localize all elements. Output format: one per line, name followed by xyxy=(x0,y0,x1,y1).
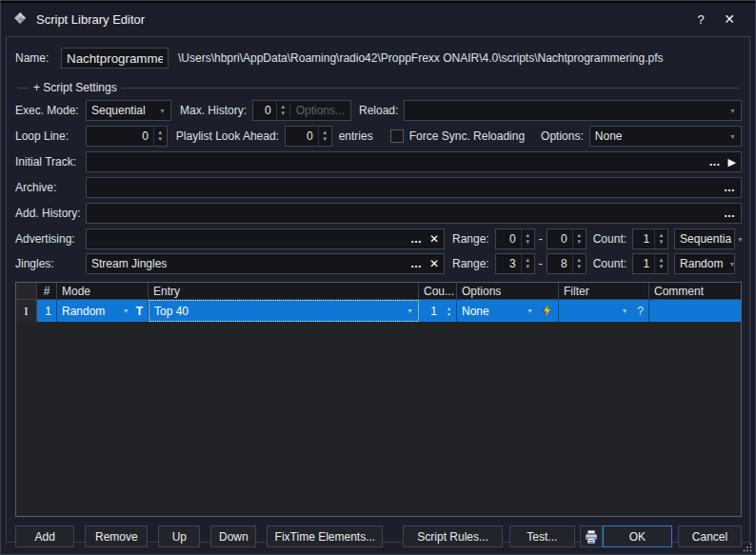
spin-down-icon[interactable]: ▼ xyxy=(573,239,586,246)
help-icon[interactable]: ? xyxy=(686,8,715,30)
column-header-count[interactable]: Cou... xyxy=(419,283,457,299)
mode-cell[interactable]: Random ▼ T xyxy=(57,300,149,322)
lightning-action-icon[interactable] xyxy=(539,304,553,318)
comment-cell[interactable] xyxy=(649,300,741,322)
advertising-range-to[interactable]: 0 ▲ ▼ xyxy=(547,228,587,249)
resize-grip[interactable] xyxy=(743,543,752,552)
add-history-field[interactable]: … xyxy=(86,203,742,224)
count-spinner[interactable]: ▲ ▼ xyxy=(654,254,667,273)
column-header-filter[interactable]: Filter xyxy=(559,283,649,299)
advertising-field[interactable]: … ✕ xyxy=(86,228,445,249)
chevron-down-icon[interactable]: ▼ xyxy=(407,307,413,314)
jingles-mode-combo[interactable]: Random ▼ xyxy=(674,253,735,274)
chevron-down-icon[interactable]: ▼ xyxy=(123,307,129,314)
jingles-label: Jingles: xyxy=(15,257,86,270)
spin-up-icon[interactable]: ▲ xyxy=(277,104,289,110)
grid-empty-area[interactable] xyxy=(16,322,741,516)
chevron-down-icon: ▼ xyxy=(724,133,736,140)
down-button[interactable]: Down xyxy=(210,525,256,547)
column-header-number[interactable]: # xyxy=(37,283,57,299)
range-to-spinner[interactable]: ▲ ▼ xyxy=(572,254,586,273)
test-button[interactable]: Test... xyxy=(509,525,575,547)
count-spinner[interactable]: ▲ ▼ xyxy=(447,306,451,317)
spin-down-icon[interactable]: ▼ xyxy=(319,136,331,143)
name-input[interactable] xyxy=(61,48,169,69)
loop-line-label: Loop Line: xyxy=(15,129,86,143)
jingles-field[interactable]: Stream Jingles … ✕ xyxy=(86,253,445,274)
up-button[interactable]: Up xyxy=(158,525,200,547)
chevron-down-icon[interactable]: ▼ xyxy=(527,307,533,314)
chevron-down-icon[interactable]: ▼ xyxy=(621,307,627,314)
filter-cell[interactable]: ▼ ? xyxy=(559,300,649,322)
spin-down-icon[interactable]: ▼ xyxy=(573,264,586,270)
browse-ellipsis-icon[interactable]: … xyxy=(724,208,736,218)
range-from-spinner[interactable]: ▲ ▼ xyxy=(521,254,534,273)
spin-up-icon[interactable]: ▲ xyxy=(655,257,667,264)
browse-ellipsis-icon[interactable]: … xyxy=(724,183,736,192)
jingles-range-to[interactable]: 8 ▲ ▼ xyxy=(547,253,587,274)
spin-down-icon[interactable]: ▼ xyxy=(447,311,451,317)
script-rules-button[interactable]: Script Rules... xyxy=(403,525,503,547)
force-sync-checkbox[interactable] xyxy=(390,129,404,143)
clear-icon[interactable]: ✕ xyxy=(429,257,439,270)
play-icon[interactable]: ▶ xyxy=(728,156,736,168)
fixtime-elements-button[interactable]: FixTime Elements... xyxy=(267,525,383,547)
options-cell[interactable]: None ▼ xyxy=(457,300,559,322)
browse-ellipsis-icon[interactable]: … xyxy=(410,259,423,268)
spin-up-icon[interactable]: ▲ xyxy=(522,232,534,239)
look-ahead-spin[interactable]: 0 ▲ ▼ xyxy=(285,126,332,147)
spin-down-icon[interactable]: ▼ xyxy=(522,264,534,270)
browse-ellipsis-icon[interactable]: … xyxy=(709,157,722,167)
close-icon[interactable]: ✕ xyxy=(715,8,744,30)
force-sync-label[interactable]: Force Sync. Reloading xyxy=(409,129,525,143)
remove-button[interactable]: Remove xyxy=(85,525,148,547)
spin-down-icon[interactable]: ▼ xyxy=(655,239,667,246)
column-header-entry[interactable]: Entry xyxy=(149,283,419,299)
spin-down-icon[interactable]: ▼ xyxy=(655,264,667,270)
spin-up-icon[interactable]: ▲ xyxy=(154,129,167,136)
advertising-label: Advertising: xyxy=(15,232,86,246)
filter-help-icon[interactable]: ? xyxy=(637,305,644,318)
max-history-value[interactable]: 0 xyxy=(258,104,276,117)
count-spinner[interactable]: ▲ ▼ xyxy=(654,229,667,248)
mode-value: Random xyxy=(62,305,105,318)
advertising-count-spin[interactable]: 1 ▲ ▼ xyxy=(632,228,668,249)
loop-line-spinner[interactable]: ▲ ▼ xyxy=(153,127,167,146)
table-row[interactable]: I 1 Random ▼ T Top 40 ▼ 1 ▲ ▼ xyxy=(16,300,741,322)
spin-down-icon[interactable]: ▼ xyxy=(154,136,167,143)
advertising-range-from[interactable]: 0 ▲ ▼ xyxy=(495,228,535,249)
column-header-options[interactable]: Options xyxy=(457,283,559,299)
advertising-mode-combo[interactable]: Sequentia ▼ xyxy=(674,228,735,249)
jingles-count-spin[interactable]: 1 ▲ ▼ xyxy=(632,253,668,274)
initial-track-field[interactable]: … ▶ xyxy=(86,151,742,172)
range-from-spinner[interactable]: ▲ ▼ xyxy=(521,229,534,248)
exec-mode-value: Sequential xyxy=(91,104,146,117)
archive-field[interactable]: … xyxy=(86,177,742,198)
spin-up-icon[interactable]: ▲ xyxy=(655,232,667,239)
loop-line-spin[interactable]: 0 ▲ ▼ xyxy=(86,126,168,147)
cancel-button[interactable]: Cancel xyxy=(678,525,742,547)
browse-ellipsis-icon[interactable]: … xyxy=(410,234,423,244)
ok-button[interactable]: OK xyxy=(603,525,672,547)
spin-up-icon[interactable]: ▲ xyxy=(573,232,586,239)
exec-mode-combo[interactable]: Sequential ▼ xyxy=(86,100,171,121)
look-ahead-spinner[interactable]: ▲ ▼ xyxy=(318,127,331,146)
add-button[interactable]: Add xyxy=(15,525,74,547)
spin-down-icon[interactable]: ▼ xyxy=(522,239,534,246)
column-header-comment[interactable]: Comment xyxy=(649,283,741,299)
reload-combo[interactable]: ▼ xyxy=(404,100,742,121)
clear-icon[interactable]: ✕ xyxy=(429,232,439,246)
options-combo[interactable]: None ▼ xyxy=(589,126,742,147)
print-button[interactable] xyxy=(580,525,603,547)
column-header-mode[interactable]: Mode xyxy=(57,283,149,299)
spin-up-icon[interactable]: ▲ xyxy=(522,257,534,264)
range-to-spinner[interactable]: ▲ ▼ xyxy=(572,229,586,248)
spin-up-icon[interactable]: ▲ xyxy=(319,129,331,136)
spin-down-icon[interactable]: ▼ xyxy=(277,110,289,117)
script-settings-legend[interactable]: + Script Settings xyxy=(29,81,122,94)
jingles-range-from[interactable]: 3 ▲ ▼ xyxy=(495,253,535,274)
max-history-spinner[interactable]: ▲ ▼ xyxy=(276,101,289,120)
spin-up-icon[interactable]: ▲ xyxy=(573,257,586,264)
count-cell[interactable]: 1 ▲ ▼ xyxy=(419,300,457,322)
entry-cell-editor[interactable]: Top 40 ▼ xyxy=(149,300,419,322)
